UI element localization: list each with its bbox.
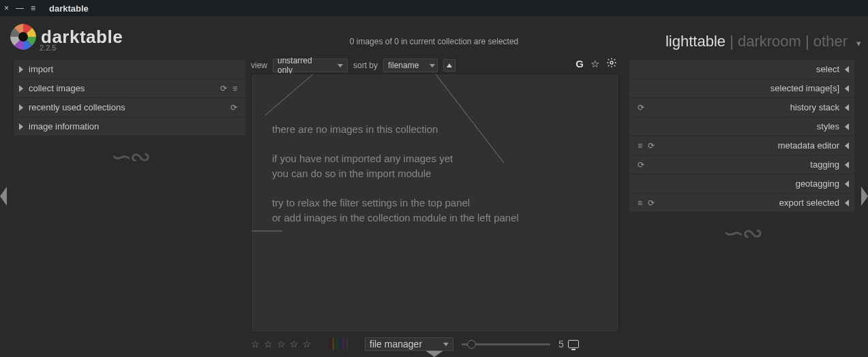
empty-line: you can do so in the import module: [252, 166, 618, 182]
module-image-information[interactable]: image information: [14, 117, 245, 136]
rate-star-5[interactable]: ☆: [303, 339, 312, 350]
zoom-value: 5: [558, 339, 564, 350]
expand-icon: [19, 123, 23, 130]
color-label-0[interactable]: [329, 338, 331, 350]
expand-icon: [845, 181, 849, 187]
sort-direction-button[interactable]: [443, 59, 455, 72]
gear-icon: [606, 57, 617, 68]
empty-line: or add images in the collection module i…: [252, 211, 618, 226]
expand-icon: [19, 104, 23, 111]
module-label: selected image[s]: [770, 83, 839, 93]
presets-icon[interactable]: ≡: [638, 198, 642, 208]
module-label: metadata editor: [778, 140, 839, 151]
rate-star-3[interactable]: ☆: [277, 339, 286, 350]
reset-icon[interactable]: ⟳: [230, 103, 237, 112]
collapse-right-icon[interactable]: [861, 187, 868, 206]
layout-select[interactable]: file manager: [365, 337, 453, 351]
reset-icon[interactable]: ⟳: [220, 84, 227, 93]
slider-knob-icon[interactable]: [467, 340, 476, 349]
reset-icon[interactable]: ⟳: [638, 103, 644, 112]
chevron-down-icon: [430, 64, 435, 67]
grouping-button[interactable]: G: [575, 58, 584, 69]
window-title: darktable: [49, 3, 89, 14]
view-sep: |: [730, 33, 738, 50]
reset-icon[interactable]: ⟳: [648, 198, 655, 208]
collapse-left-icon[interactable]: [0, 187, 7, 206]
expand-icon: [845, 142, 849, 149]
color-label-2[interactable]: [336, 338, 338, 350]
bottom-toolbar: ☆ ☆ ☆ ☆ ☆ file manager 5: [251, 337, 619, 352]
rate-star-1[interactable]: ☆: [251, 339, 260, 350]
sort-value: filename: [388, 61, 419, 70]
panel-flourish: ∽∾: [14, 136, 245, 177]
empty-line: try to relax the filter settings in the …: [252, 196, 618, 211]
view-filter-label: view: [251, 61, 267, 70]
module-metadata-editor[interactable]: ≡⟳metadata editor: [629, 136, 854, 155]
chevron-down-icon: [443, 343, 449, 346]
module-import[interactable]: import: [14, 60, 245, 79]
presets-icon[interactable]: ≡: [233, 84, 237, 93]
window-minimize-icon[interactable]: —: [16, 3, 24, 13]
sort-label: sort by: [353, 61, 378, 70]
view-darkroom[interactable]: darkroom: [738, 33, 801, 50]
color-label-1[interactable]: [333, 338, 334, 350]
empty-line: there are no images in this collection: [252, 122, 618, 138]
chevron-down-icon: [338, 64, 343, 67]
sort-select[interactable]: filename: [383, 59, 438, 72]
right-panel: select selected image[s] ⟳history stack …: [629, 60, 854, 253]
reset-icon[interactable]: ⟳: [638, 160, 644, 170]
rate-star-2[interactable]: ☆: [264, 339, 273, 350]
expand-icon: [19, 85, 23, 92]
preferences-button[interactable]: [606, 57, 617, 70]
module-label: image information: [29, 121, 99, 131]
module-label: recently used collections: [29, 102, 125, 112]
module-label: geotagging: [796, 178, 839, 189]
star-overlay-button[interactable]: ☆: [590, 58, 599, 70]
svg-point-1: [610, 61, 613, 64]
module-recently-used[interactable]: recently used collections⟳: [14, 98, 245, 117]
module-tagging[interactable]: ⟳tagging: [629, 155, 854, 174]
module-collect-images[interactable]: collect images⟳≡: [14, 79, 245, 98]
expand-icon: [19, 66, 23, 73]
thumbnail-area[interactable]: there are no images in this collection i…: [251, 74, 619, 332]
module-select[interactable]: select: [629, 60, 854, 79]
window-menu-icon[interactable]: ≡: [31, 3, 35, 13]
module-styles[interactable]: styles: [629, 117, 854, 136]
rate-star-4[interactable]: ☆: [290, 339, 299, 350]
view-other[interactable]: other: [813, 33, 848, 50]
module-history-stack[interactable]: ⟳history stack: [629, 98, 854, 117]
expand-icon: [845, 85, 849, 92]
expand-icon: [845, 200, 849, 206]
window-close-icon[interactable]: ×: [4, 3, 9, 13]
view-filter-value: unstarred only: [278, 56, 327, 75]
expand-icon: [845, 161, 849, 168]
expand-icon: [845, 66, 849, 73]
empty-line: if you have not imported any images yet: [252, 151, 618, 167]
expand-icon: [845, 104, 849, 111]
reset-icon[interactable]: ⟳: [648, 141, 655, 151]
view-filter-select[interactable]: unstarred only: [273, 59, 348, 72]
zoom-slider[interactable]: [462, 343, 550, 345]
color-label-5[interactable]: [346, 338, 348, 350]
left-panel: import collect images⟳≡ recently used co…: [14, 60, 245, 177]
sort-asc-icon: [447, 63, 452, 67]
view-lighttable[interactable]: lighttable: [665, 33, 725, 50]
color-label-3[interactable]: [340, 338, 341, 350]
module-label: tagging: [810, 159, 839, 170]
panel-flourish: ∽∾: [629, 213, 854, 253]
module-label: collect images: [29, 83, 85, 93]
layout-value: file manager: [370, 339, 422, 350]
presets-icon[interactable]: ≡: [638, 141, 642, 151]
module-label: history stack: [790, 102, 839, 112]
expand-icon: [845, 123, 849, 130]
module-label: styles: [817, 121, 839, 131]
display-profile-button[interactable]: [568, 340, 579, 348]
module-geotagging[interactable]: geotagging: [629, 174, 854, 193]
color-label-4[interactable]: [343, 338, 344, 350]
module-label: import: [29, 64, 53, 74]
views-more-icon[interactable]: ▾: [856, 38, 861, 48]
module-export-selected[interactable]: ≡⟳export selected: [629, 193, 854, 213]
view-switcher: lighttable | darkroom | other: [665, 33, 848, 50]
view-sep: |: [805, 33, 813, 50]
module-selected-images[interactable]: selected image[s]: [629, 79, 854, 98]
